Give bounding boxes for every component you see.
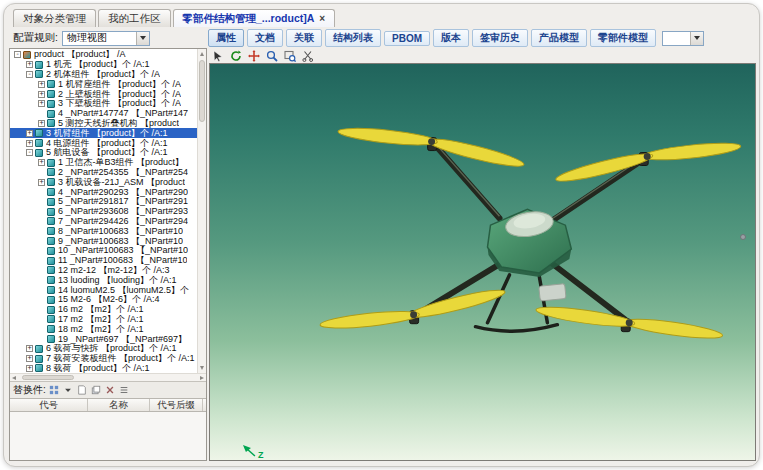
column-header-2[interactable]: 名称 <box>88 399 150 411</box>
tree-node[interactable]: 13 luoding 【luoding】个 /A:1 <box>10 275 197 285</box>
tab-签审历史[interactable]: 签审历史 <box>472 29 528 47</box>
tree-node[interactable]: 10 _NPart#100683 【_NPart#10 <box>10 246 197 256</box>
expand-icon[interactable]: + <box>38 100 45 107</box>
viewport-option-select[interactable] <box>662 31 704 46</box>
tree-vertical-scrollbar[interactable] <box>197 49 206 373</box>
tree-horizontal-scrollbar[interactable] <box>10 373 206 382</box>
select-icon[interactable] <box>211 49 224 62</box>
tab-产品模型[interactable]: 产品模型 <box>531 29 587 47</box>
tree-node[interactable]: +1 机臂座组件 【product】个 /A <box>10 79 197 89</box>
scroll-left-icon[interactable] <box>12 376 16 380</box>
tree-node[interactable]: 19 _NPart#697 【_NPart#697】 <box>10 334 197 344</box>
expand-icon[interactable]: + <box>26 61 33 68</box>
scroll-up-icon[interactable] <box>200 52 204 56</box>
tab-属性[interactable]: 属性 <box>208 29 244 47</box>
tab-关联[interactable]: 关联 <box>286 29 322 47</box>
dropdown-arrow-icon[interactable] <box>63 385 74 396</box>
config-rule-select[interactable]: 物理视图 <box>62 31 150 46</box>
window-tab-3[interactable]: 零部件结构管理_...roduct]A× <box>173 9 336 27</box>
tree-node[interactable]: +6 载荷与快拆 【product】个 /A:1 <box>10 344 197 354</box>
tree-node-label: product 【product】 /A <box>34 50 126 60</box>
dropdown-arrow-icon[interactable] <box>690 32 703 45</box>
tree-node[interactable]: 6 _NPart#293608 【_NPart#293 <box>10 207 197 217</box>
tree-node[interactable]: 11 _NPart#100683 【_NPart#10 <box>10 256 197 266</box>
tree-node[interactable]: 8 _NPart#100683 【_NPart#10 <box>10 226 197 236</box>
splitter-collapse-handle[interactable] <box>740 234 746 240</box>
tree-node[interactable]: 16 m2 【m2】个 /A:1 <box>10 305 197 315</box>
tree-node[interactable]: +3 机载设备-21J_ASM 【product <box>10 177 197 187</box>
options-icon[interactable] <box>119 385 130 396</box>
part-icon <box>47 119 55 127</box>
expand-icon[interactable]: + <box>26 130 33 137</box>
expand-icon[interactable]: + <box>38 81 45 88</box>
grid-view-icon[interactable] <box>49 385 60 396</box>
battery-module <box>539 284 566 302</box>
clip-icon[interactable] <box>301 49 314 62</box>
part-icon <box>47 198 55 206</box>
expand-icon[interactable]: + <box>26 365 33 372</box>
tree-node[interactable]: +8 载荷 【product】个 /A:1 <box>10 364 197 374</box>
column-header-3[interactable]: 代号后缀 <box>150 399 203 411</box>
3d-canvas[interactable]: Z <box>209 63 756 461</box>
collapse-icon[interactable]: - <box>26 149 33 156</box>
tab-PBOM[interactable]: PBOM <box>384 31 430 46</box>
tree-node[interactable]: +2 上壁板组件 【product】个 /A <box>10 89 197 99</box>
tab-close-icon[interactable]: × <box>319 13 325 24</box>
tree-node[interactable]: -2 机体组件 【product】个 /A <box>10 70 197 80</box>
scroll-down-icon[interactable] <box>200 366 204 370</box>
tree-node[interactable]: 12 m2-12 【m2-12】个 /A:3 <box>10 266 197 276</box>
tree-node-selected[interactable]: +3 机臂组件 【product】个 /A:1 <box>10 128 197 138</box>
tree-node[interactable]: -5 航电设备 【product】个 /A:1 <box>10 148 197 158</box>
tab-结构列表[interactable]: 结构列表 <box>325 29 381 47</box>
delete-icon[interactable] <box>105 385 116 396</box>
zoom-icon[interactable] <box>265 49 278 62</box>
tree-node-label: 5 航电设备 【product】个 /A:1 <box>46 148 168 158</box>
tree-node[interactable]: 14 luomuM2.5 【luomuM2.5】个 <box>10 285 197 295</box>
expand-icon[interactable]: + <box>26 140 33 147</box>
expand-icon[interactable]: + <box>38 91 45 98</box>
tree-node[interactable]: 4 _NPart#147747 【_NPart#147 <box>10 109 197 119</box>
expand-icon[interactable]: + <box>38 120 45 127</box>
tree-node[interactable]: 18 m2 【m2】个 /A:1 <box>10 324 197 334</box>
expand-icon[interactable]: + <box>38 159 45 166</box>
zoom-window-icon[interactable] <box>283 49 296 62</box>
window-tab-2[interactable]: 我的工作区 <box>98 9 171 27</box>
pan-icon[interactable] <box>247 49 260 62</box>
expand-icon[interactable]: + <box>26 345 33 352</box>
tree-node[interactable]: 9 _NPart#100683 【_NPart#10 <box>10 236 197 246</box>
tree-node[interactable]: +3 下壁板组件 【product】个 /A <box>10 99 197 109</box>
tree-node[interactable]: +1 机壳 【product】个 /A:1 <box>10 60 197 70</box>
tree-node-label: 6 _NPart#293608 【_NPart#293 <box>58 207 188 217</box>
window-tab-1[interactable]: 对象分类管理 <box>13 9 96 27</box>
tree-node[interactable]: +1 卫信杰-单B3组件 【product】 <box>10 158 197 168</box>
part-icon <box>35 139 43 147</box>
orbit-icon[interactable] <box>229 49 242 62</box>
tab-版本[interactable]: 版本 <box>433 29 469 47</box>
dropdown-arrow-icon[interactable] <box>136 32 149 45</box>
3d-viewport-panel: Z <box>209 48 756 461</box>
new-icon[interactable] <box>77 385 88 396</box>
tree-node[interactable]: 17 m2 【m2】个 /A:1 <box>10 315 197 325</box>
root-product-icon <box>23 51 31 59</box>
tree-node[interactable]: +7 载荷安装板组件 【product】个 /A:1 <box>10 354 197 364</box>
tree-node[interactable]: 7 _NPart#294426 【_NPart#294 <box>10 217 197 227</box>
scroll-right-icon[interactable] <box>200 376 204 380</box>
layers-icon[interactable] <box>91 385 102 396</box>
collapse-icon[interactable]: - <box>26 71 33 78</box>
tree-node[interactable]: 4 _NPart#290293 【_NPart#290 <box>10 187 197 197</box>
tree-node[interactable]: -product 【product】 /A <box>10 50 197 60</box>
scrollbar-thumb[interactable] <box>22 375 74 380</box>
tab-零部件模型[interactable]: 零部件模型 <box>590 29 656 47</box>
expand-icon[interactable]: + <box>38 179 45 186</box>
tree-node[interactable]: 15 M2-6 【M2-6】个 /A:4 <box>10 295 197 305</box>
collapse-icon[interactable]: - <box>14 51 21 58</box>
expand-icon[interactable]: + <box>26 355 33 362</box>
structure-tree-panel: -product 【product】 /A+1 机壳 【product】个 /A… <box>9 48 207 461</box>
tree-node[interactable]: +4 电源组件 【product】个 /A:1 <box>10 138 197 148</box>
tree-node[interactable]: 2 _NPart#254355 【_NPart#254 <box>10 168 197 178</box>
column-header-1[interactable]: 代号 <box>10 399 88 411</box>
tab-文档[interactable]: 文档 <box>247 29 283 47</box>
tree-node[interactable]: +5 测控天线折叠机构 【product <box>10 119 197 129</box>
scrollbar-thumb[interactable] <box>199 60 205 122</box>
tree-node[interactable]: 5 _NPart#291817 【_NPart#291 <box>10 197 197 207</box>
